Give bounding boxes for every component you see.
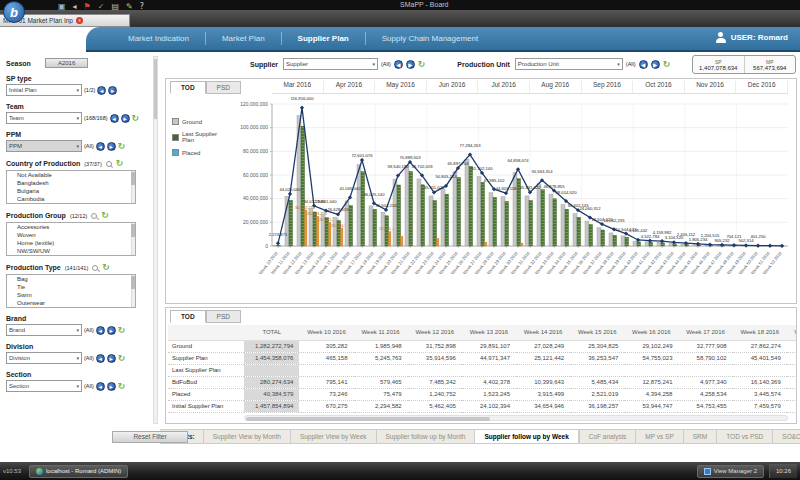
prev-ppm-button[interactable]: ◄ — [96, 142, 105, 151]
refresh-production-type-icon[interactable]: ↻ — [102, 263, 110, 272]
prev-supplier-button[interactable]: ◀ — [394, 60, 403, 69]
check-icon[interactable]: ✓ — [98, 2, 105, 11]
svg-text:401,250: 401,250 — [750, 234, 766, 239]
chevron-down-icon: ▾ — [373, 61, 376, 67]
list-item[interactable]: Not Available — [7, 171, 135, 179]
grid-icon[interactable]: ▤ — [111, 2, 119, 11]
next-ppm-button[interactable]: ► — [107, 142, 116, 151]
report-tab-so-c[interactable]: SO&C — [772, 430, 800, 443]
help-icon[interactable]: ? — [140, 2, 144, 11]
cell: 5,485,434 — [570, 376, 624, 388]
search-icon[interactable] — [92, 265, 98, 271]
month-aug-2016: Aug 2016 — [530, 81, 582, 93]
next-sp-type-button[interactable]: ► — [108, 86, 117, 95]
flag-icon[interactable]: ⚑ — [84, 2, 91, 11]
svg-text:2,274,871: 2,274,871 — [269, 232, 288, 237]
refresh-team-icon[interactable]: ↻ — [132, 114, 140, 123]
prev-section-button[interactable]: ◄ — [96, 382, 105, 391]
list-item[interactable]: Woven — [7, 231, 135, 239]
refresh-country-of-production-icon[interactable]: ↻ — [116, 159, 124, 168]
monitor-icon[interactable]: ▣ — [58, 2, 66, 11]
refresh-section-icon[interactable]: ↻ — [118, 382, 126, 391]
report-tab-supplier-view-by-month[interactable]: Supplier View by Month — [203, 430, 290, 443]
sidebar-scrollbar[interactable] — [153, 56, 158, 424]
chart-tab-tod[interactable]: TOD — [170, 81, 206, 94]
team-select[interactable]: Team▾ — [6, 112, 82, 124]
next-supplier-button[interactable]: ▶ — [406, 60, 415, 69]
table-hscrollbar[interactable] — [244, 415, 788, 421]
filter-ppm: PPMPPM▾(All)◄►↻ — [6, 131, 150, 152]
refresh-ppm-icon[interactable]: ↻ — [118, 142, 126, 151]
month-jun-2016: Jun 2016 — [427, 81, 479, 93]
prev-sp-type-button[interactable]: ◄ — [97, 86, 106, 95]
chart-tab-psd[interactable]: PSD — [206, 81, 241, 94]
report-tab-srm[interactable]: SRM — [683, 430, 716, 443]
prev-brand-button[interactable]: ◄ — [96, 326, 105, 335]
next-team-button[interactable]: ► — [121, 114, 130, 123]
filter-label-production-type: Production Type — [6, 264, 61, 271]
list-item[interactable]: Swim — [7, 291, 135, 299]
next-production-unit-button[interactable]: ▶ — [651, 60, 660, 69]
division-select[interactable]: Division▾ — [6, 352, 82, 364]
list-item[interactable]: Bag — [7, 275, 135, 283]
list-scrollbar[interactable] — [131, 223, 135, 255]
list-item[interactable]: Cambodia — [7, 195, 135, 203]
sp-type-select[interactable]: Initial Plan▾ — [6, 84, 82, 96]
table-row: Last Supplier Plan — [168, 364, 796, 376]
list-item[interactable]: Bulgaria — [7, 187, 135, 195]
supplier-count: (All) — [381, 61, 391, 67]
svg-text:47,985,102: 47,985,102 — [484, 178, 506, 183]
back-icon[interactable]: ◂ — [73, 2, 77, 11]
section-select[interactable]: Section▾ — [6, 380, 82, 392]
refresh-division-icon[interactable]: ↻ — [118, 354, 126, 363]
reset-filter-button[interactable]: Reset Filter — [112, 431, 188, 443]
refresh-production-unit-icon[interactable]: ↻ — [663, 60, 671, 69]
brand-select[interactable]: Brand▾ — [6, 324, 82, 336]
search-icon[interactable] — [106, 161, 112, 167]
list-item[interactable]: Outerwear — [7, 299, 135, 307]
list-scrollbar[interactable] — [131, 171, 135, 203]
report-tab-tod-vs-psd[interactable]: TOD vs PSD — [716, 430, 772, 443]
refresh-production-group-icon[interactable]: ↻ — [101, 211, 109, 220]
next-section-button[interactable]: ► — [107, 382, 116, 391]
next-brand-button[interactable]: ► — [107, 326, 116, 335]
refresh-supplier-icon[interactable]: ↻ — [418, 60, 426, 69]
ppm-select[interactable]: PPM▾ — [6, 140, 82, 152]
list-item[interactable]: Home (textile) — [7, 239, 135, 247]
report-tab-supplier-follow-up-by-month[interactable]: Supplier follow up by Month — [376, 430, 475, 443]
app-version: v10.53 — [3, 468, 21, 474]
report-tab-supplier-view-by-week[interactable]: Supplier View by Week — [290, 430, 376, 443]
refresh-brand-icon[interactable]: ↻ — [118, 326, 126, 335]
sp-type-count: (1/2) — [84, 87, 95, 93]
list-item[interactable]: Accessories — [7, 223, 135, 231]
prev-production-unit-button[interactable]: ◀ — [639, 60, 648, 69]
nav-tab-supply-chain-management[interactable]: Supply Chain Management — [366, 32, 495, 45]
season-button[interactable]: A2016 — [45, 58, 88, 68]
report-tab-cof-analysis[interactable]: CoF analysis — [579, 430, 636, 443]
table-tab-tod[interactable]: TOD — [170, 310, 206, 323]
prev-team-button[interactable]: ◄ — [110, 114, 119, 123]
nav-tab-supplier-plan[interactable]: Supplier Plan — [282, 32, 366, 45]
nav-tab-market-indication[interactable]: Market Indication — [112, 32, 206, 45]
list-item[interactable]: NW/SW/UW — [7, 247, 135, 255]
search-icon[interactable] — [91, 213, 97, 219]
list-item[interactable]: Bangladesh — [7, 179, 135, 187]
tab-close-icon[interactable]: x — [76, 17, 83, 24]
list-scrollbar[interactable] — [131, 275, 135, 307]
taskbar-app-button[interactable]: localhost - Romard (ADMIN) — [29, 465, 128, 478]
table-tab-psd[interactable]: PSD — [206, 310, 241, 323]
supplier-select[interactable]: Supplier▾ — [283, 58, 378, 70]
edit-icon[interactable]: ✎ — [126, 2, 133, 11]
view-manager-button[interactable]: View Manager 2 — [697, 465, 764, 478]
next-division-button[interactable]: ► — [107, 354, 116, 363]
list-item[interactable]: Tie — [7, 283, 135, 291]
cell: 1,282,272,794 — [244, 340, 299, 352]
production-unit-select[interactable]: Production Unit▾ — [515, 58, 623, 70]
prev-division-button[interactable]: ◄ — [96, 354, 105, 363]
cell: 795,141 — [299, 376, 353, 388]
cell: 280,274,634 — [244, 376, 299, 388]
report-tab-supplier-follow-up-by-week[interactable]: Supplier follow up by Week — [474, 430, 578, 443]
cell: 40,384,579 — [244, 388, 299, 400]
report-tab-mp-vs-sp[interactable]: MP vs SP — [635, 430, 682, 443]
nav-tab-market-plan[interactable]: Market Plan — [206, 32, 282, 45]
